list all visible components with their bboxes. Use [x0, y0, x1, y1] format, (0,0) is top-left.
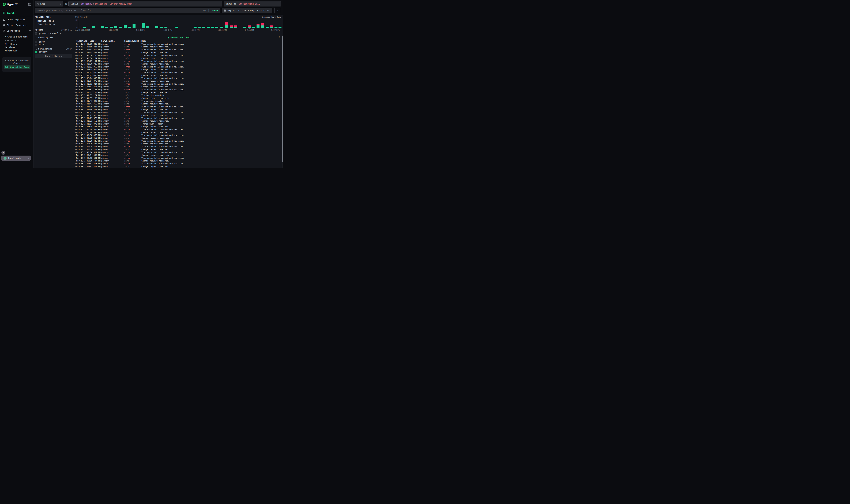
row-expand-icon[interactable] [74, 92, 76, 93]
preset-item-kubernetes[interactable]: Kubernetes [5, 50, 17, 52]
table-row[interactable]: May 15 1:42:13.019 PMpaymentinfoCharge r… [34, 68, 282, 71]
histogram-bar[interactable] [198, 27, 201, 28]
histogram-bar[interactable] [220, 27, 223, 28]
row-expand-icon[interactable] [74, 103, 76, 105]
table-row[interactable]: May 15 1:41:57.183 PMpaymenterrorVisa ca… [34, 88, 282, 91]
lucene-mode-toggle[interactable]: Lucene [211, 9, 218, 12]
table-row[interactable]: May 15 1:41:14.361 PMpaymentinfoCharge r… [34, 125, 282, 128]
column-resize-handle[interactable]: ⋮ [123, 40, 124, 42]
row-expand-icon[interactable] [74, 118, 76, 119]
table-row[interactable]: May 15 1:40:26.444 PMpaymentinfoCharge r… [34, 143, 282, 145]
row-expand-icon[interactable] [74, 83, 76, 85]
sidebar-item-client-sessions[interactable]: Client Sessions [0, 23, 33, 27]
histogram-bar[interactable] [132, 24, 135, 28]
table-row[interactable]: May 15 1:40:44.563 PMpaymenterrorVisa ca… [34, 128, 282, 131]
create-dashboard-button[interactable]: + Create Dashboard [5, 36, 28, 38]
row-expand-icon[interactable] [74, 106, 76, 107]
row-expand-icon[interactable] [74, 149, 76, 150]
histogram-bar[interactable] [207, 27, 210, 28]
histogram-bar[interactable] [105, 27, 108, 28]
histogram-bar[interactable] [146, 26, 149, 28]
row-expand-icon[interactable] [74, 66, 76, 68]
row-expand-icon[interactable] [74, 43, 76, 44]
table-row[interactable]: May 15 1:40:38.466 PMpaymenterrorVisa ca… [34, 134, 282, 137]
row-expand-icon[interactable] [74, 109, 76, 110]
table-row[interactable]: May 15 1:41:57.178 PMpaymentinfoCharge r… [34, 91, 282, 94]
histogram-bar[interactable] [243, 27, 246, 28]
tab-results-table[interactable]: Results Table [35, 19, 72, 23]
row-expand-icon[interactable] [74, 152, 76, 153]
row-expand-icon[interactable] [74, 132, 76, 133]
histogram-bar[interactable] [110, 27, 113, 28]
table-row[interactable]: May 15 1:41:21.652 PMpaymentinfoCharge r… [34, 120, 282, 122]
histogram-bar[interactable] [274, 27, 277, 28]
histogram-bar[interactable] [256, 24, 259, 28]
histogram-bar[interactable] [261, 23, 264, 28]
row-expand-icon[interactable] [74, 112, 76, 113]
histogram-bar[interactable] [234, 25, 237, 28]
row-expand-icon[interactable] [74, 52, 76, 53]
table-row[interactable]: May 15 1:42:43.336 PMpaymentinfoCharge r… [34, 51, 282, 54]
histogram-bar[interactable] [128, 27, 131, 28]
time-range-picker[interactable]: May 15 13:32:00 - May 15 13:43:00 [222, 8, 272, 13]
source-select[interactable]: Logs [35, 1, 63, 6]
table-row[interactable]: May 15 1:41:30.283 PMpaymenterrorVisa ca… [34, 106, 282, 108]
histogram-bar[interactable] [225, 22, 228, 28]
histogram-bar[interactable] [114, 26, 117, 28]
histogram-bar[interactable] [164, 27, 167, 28]
help-button[interactable]: ? [1, 151, 5, 155]
column-header-body[interactable]: Body [141, 40, 146, 42]
histogram-bar[interactable] [278, 27, 282, 28]
sidebar-item-dashboards[interactable]: Dashboards [0, 29, 33, 33]
row-expand-icon[interactable] [74, 160, 76, 161]
row-expand-icon[interactable] [74, 80, 76, 82]
row-expand-icon[interactable] [74, 63, 76, 65]
table-row[interactable]: May 15 1:40:38.462 PMpaymentinfoCharge r… [34, 137, 282, 140]
row-expand-icon[interactable] [74, 55, 76, 56]
denoise-checkbox[interactable] [35, 33, 37, 35]
table-row[interactable]: May 15 1:40:24.219 PMpaymenterrorVisa ca… [34, 145, 282, 148]
row-expand-icon[interactable] [74, 46, 76, 48]
histogram-bar[interactable] [101, 26, 104, 28]
table-row[interactable]: May 15 1:40:44.546 PMpaymentinfoCharge r… [34, 131, 282, 134]
histogram-bar[interactable] [252, 27, 255, 28]
presets-section-toggle[interactable]: PRESETS [5, 39, 16, 41]
row-expand-icon[interactable] [74, 72, 76, 73]
table-row[interactable]: May 15 1:40:10.597 PMpaymentinfoCharge r… [34, 160, 282, 162]
table-row[interactable]: May 15 1:40:26.445 PMpaymenterrorVisa ca… [34, 140, 282, 143]
column-header-timestamp[interactable]: Timestamp (Local) [76, 40, 97, 42]
row-expand-icon[interactable] [74, 166, 76, 167]
table-row[interactable]: May 15 1:42:50.843 PMpaymenterrorVisa ca… [34, 43, 282, 46]
row-expand-icon[interactable] [74, 123, 76, 125]
column-header-severitytext[interactable]: SeverityText [124, 40, 139, 42]
order-by-input[interactable]: ORDER BY TimestampTime DESC [224, 1, 281, 6]
table-row[interactable]: May 15 1:41:14.373 PMpaymentinfoTransact… [34, 123, 282, 125]
user-menu[interactable]: U Local mode [1, 156, 31, 161]
get-started-button[interactable]: Get Started for Free [4, 65, 30, 69]
histogram-bar[interactable] [156, 26, 158, 28]
histogram-bar[interactable] [124, 25, 127, 28]
table-row[interactable]: May 15 1:42:36.184 PMpaymentinfoCharge r… [34, 57, 282, 60]
row-expand-icon[interactable] [74, 60, 76, 62]
table-row[interactable]: May 15 1:42:01.814 PMpaymentinfoCharge r… [34, 86, 282, 88]
histogram-bar[interactable] [142, 23, 145, 28]
histogram-bar[interactable] [92, 26, 95, 28]
row-expand-icon[interactable] [74, 115, 76, 116]
histogram-bar[interactable] [266, 27, 269, 28]
table-row[interactable]: May 15 1:40:07.413 PMpaymenterrorVisa ca… [34, 162, 282, 165]
search-icon[interactable] [35, 37, 37, 38]
histogram-bar[interactable] [248, 25, 251, 28]
row-expand-icon[interactable] [74, 101, 76, 102]
table-row[interactable]: May 15 1:40:07.410 PMpaymentinfoCharge r… [34, 165, 282, 168]
denoise-results-option[interactable]: ◐ Denoise Results [35, 32, 72, 35]
histogram-bar[interactable] [211, 27, 214, 28]
table-row[interactable]: May 15 1:40:24.214 PMpaymentinfoCharge r… [34, 148, 282, 151]
search-input[interactable] [37, 9, 201, 12]
histogram-bar[interactable] [194, 27, 197, 28]
row-expand-icon[interactable] [74, 138, 76, 139]
clear-all-button[interactable]: Clear all [61, 29, 72, 31]
collapse-sidebar-icon[interactable] [28, 3, 31, 6]
histogram-bar[interactable] [230, 25, 233, 28]
row-expand-icon[interactable] [74, 97, 76, 99]
tab-event-patterns[interactable]: Event Patterns [35, 23, 72, 26]
